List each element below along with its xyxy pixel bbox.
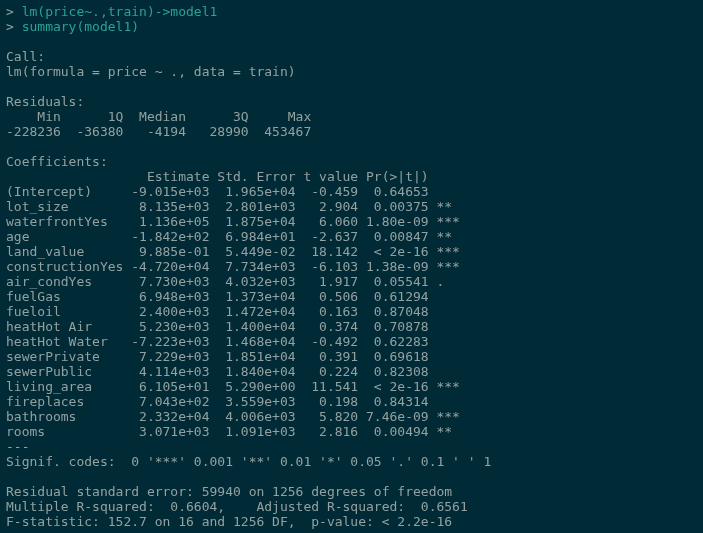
coef-row-lot-size: lot_size 8.135e+03 2.801e+03 2.904 0.003… — [6, 199, 460, 214]
coef-row-rooms: rooms 3.071e+03 1.091e+03 2.816 0.00494 … — [6, 424, 460, 439]
residuals-header: Residuals: — [6, 94, 84, 109]
coef-row-fireplaces: fireplaces 7.043e+02 3.559e+03 0.198 0.8… — [6, 394, 460, 409]
f-statistic: F-statistic: 152.7 on 16 and 1256 DF, p-… — [6, 514, 452, 529]
coef-row-living-area: living_area 6.105e+01 5.290e+00 11.541 <… — [6, 379, 460, 394]
coefficients-colnames: Estimate Std. Error t value Pr(>|t|) — [6, 169, 460, 184]
coef-row-land-value: land_value 9.885e-01 5.449e-02 18.142 < … — [6, 244, 460, 259]
coef-row-air-cond: air_condYes 7.730e+03 4.032e+03 1.917 0.… — [6, 274, 460, 289]
coef-row-heat-hot-air: heatHot Air 5.230e+03 1.400e+04 0.374 0.… — [6, 319, 460, 334]
coef-row-bathrooms: bathrooms 2.332e+04 4.006e+03 5.820 7.46… — [6, 409, 460, 424]
coef-row-sewer-private: sewerPrivate 7.229e+03 1.851e+04 0.391 0… — [6, 349, 460, 364]
prompt-symbol: > — [6, 4, 22, 19]
coef-row-waterfront: waterfrontYes 1.136e+05 1.875e+04 6.060 … — [6, 214, 460, 229]
command-lm: lm(price~.,train)->model1 — [22, 4, 218, 19]
coef-row-fuel-gas: fuelGas 6.948e+03 1.373e+04 0.506 0.6129… — [6, 289, 460, 304]
r-console[interactable]: > lm(price~.,train)->model1 > summary(mo… — [0, 0, 703, 533]
residuals-values: -228236 -36380 -4194 28990 453467 — [6, 124, 319, 139]
coef-row-intercept: (Intercept) -9.015e+03 1.965e+04 -0.459 … — [6, 184, 460, 199]
coef-row-sewer-public: sewerPublic 4.114e+03 1.840e+04 0.224 0.… — [6, 364, 460, 379]
prompt-line-2: > summary(model1) — [6, 19, 139, 34]
coef-row-fuel-oil: fueloil 2.400e+03 1.472e+04 0.163 0.8704… — [6, 304, 460, 319]
coef-row-construction: constructionYes -4.720e+04 7.734e+03 -6.… — [6, 259, 460, 274]
coef-row-heat-hot-water: heatHot Water -7.223e+03 1.468e+04 -0.49… — [6, 334, 460, 349]
coefficients-header: Coefficients: — [6, 154, 108, 169]
prompt-line-1: > lm(price~.,train)->model1 — [6, 4, 217, 19]
residual-std-error: Residual standard error: 59940 on 1256 d… — [6, 484, 452, 499]
residuals-names: Min 1Q Median 3Q Max — [6, 109, 319, 124]
signif-codes: Signif. codes: 0 '***' 0.001 '**' 0.01 '… — [6, 454, 491, 469]
call-header: Call: — [6, 49, 45, 64]
prompt-symbol: > — [6, 19, 22, 34]
command-summary: summary(model1) — [22, 19, 139, 34]
call-formula: lm(formula = price ~ ., data = train) — [6, 64, 296, 79]
separator: --- — [6, 439, 29, 454]
coef-row-age: age -1.842e+02 6.984e+01 -2.637 0.00847 … — [6, 229, 460, 244]
r-squared: Multiple R-squared: 0.6604, Adjusted R-s… — [6, 499, 476, 514]
